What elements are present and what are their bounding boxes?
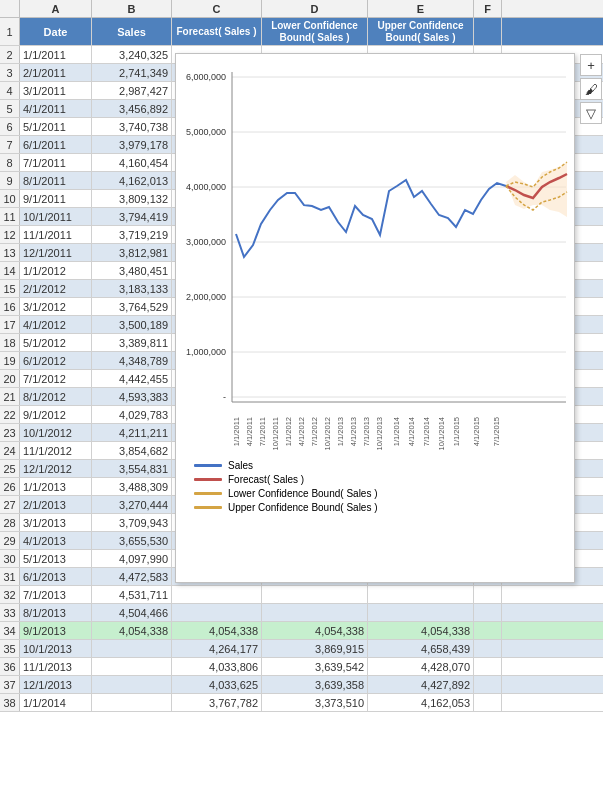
cell-sales[interactable]: 3,809,132 bbox=[92, 190, 172, 207]
cell-sales[interactable]: 3,764,529 bbox=[92, 298, 172, 315]
cell-sales[interactable]: 4,054,338 bbox=[92, 622, 172, 639]
cell-sales[interactable]: 3,270,444 bbox=[92, 496, 172, 513]
cell-date[interactable]: 4/1/2011 bbox=[20, 100, 92, 117]
cell-date[interactable]: 12/1/2011 bbox=[20, 244, 92, 261]
cell-date[interactable]: 1/1/2011 bbox=[20, 46, 92, 63]
cell-forecast[interactable]: Forecast( Sales ) bbox=[172, 18, 262, 45]
cell-sales[interactable]: 3,554,831 bbox=[92, 460, 172, 477]
cell-date[interactable]: 4/1/2013 bbox=[20, 532, 92, 549]
cell-date[interactable]: 6/1/2012 bbox=[20, 352, 92, 369]
cell-upper-confidence[interactable]: Upper Confidence Bound( Sales ) bbox=[368, 18, 474, 45]
cell-date[interactable]: 4/1/2012 bbox=[20, 316, 92, 333]
cell-date[interactable]: 1/1/2014 bbox=[20, 694, 92, 711]
cell-date[interactable]: 10/1/2012 bbox=[20, 424, 92, 441]
cell-upper-confidence[interactable] bbox=[368, 604, 474, 621]
cell-date[interactable]: 6/1/2011 bbox=[20, 136, 92, 153]
cell-upper-confidence[interactable] bbox=[368, 586, 474, 603]
cell-sales[interactable]: 4,211,211 bbox=[92, 424, 172, 441]
cell-forecast[interactable]: 4,033,625 bbox=[172, 676, 262, 693]
cell-upper-confidence[interactable]: 4,054,338 bbox=[368, 622, 474, 639]
cell-upper-confidence[interactable]: 4,162,053 bbox=[368, 694, 474, 711]
cell-date[interactable]: 3/1/2012 bbox=[20, 298, 92, 315]
cell-lower-confidence[interactable]: 4,054,338 bbox=[262, 622, 368, 639]
cell-date[interactable]: 5/1/2011 bbox=[20, 118, 92, 135]
cell-sales[interactable]: 4,162,013 bbox=[92, 172, 172, 189]
cell-date[interactable]: 8/1/2011 bbox=[20, 172, 92, 189]
cell-date[interactable]: 12/1/2013 bbox=[20, 676, 92, 693]
cell-sales[interactable]: 3,500,189 bbox=[92, 316, 172, 333]
chart-filter-button[interactable]: ▽ bbox=[580, 102, 602, 124]
cell-sales[interactable]: 4,531,711 bbox=[92, 586, 172, 603]
cell-sales[interactable] bbox=[92, 694, 172, 711]
cell-lower-confidence[interactable] bbox=[262, 586, 368, 603]
cell-date[interactable]: 11/1/2011 bbox=[20, 226, 92, 243]
cell-date[interactable]: 10/1/2011 bbox=[20, 208, 92, 225]
cell-upper-confidence[interactable]: 4,427,892 bbox=[368, 676, 474, 693]
cell-sales[interactable]: 3,794,419 bbox=[92, 208, 172, 225]
cell-date[interactable]: 9/1/2013 bbox=[20, 622, 92, 639]
cell-sales[interactable] bbox=[92, 676, 172, 693]
cell-date[interactable]: 10/1/2013 bbox=[20, 640, 92, 657]
cell-sales[interactable]: 3,719,219 bbox=[92, 226, 172, 243]
cell-sales[interactable]: 3,183,133 bbox=[92, 280, 172, 297]
cell-sales[interactable]: 3,655,530 bbox=[92, 532, 172, 549]
cell-sales[interactable] bbox=[92, 640, 172, 657]
cell-forecast[interactable] bbox=[172, 586, 262, 603]
cell-forecast[interactable]: 4,264,177 bbox=[172, 640, 262, 657]
cell-sales[interactable]: 3,240,325 bbox=[92, 46, 172, 63]
cell-sales[interactable]: 4,593,383 bbox=[92, 388, 172, 405]
cell-date[interactable]: 5/1/2012 bbox=[20, 334, 92, 351]
cell-forecast[interactable]: 3,767,782 bbox=[172, 694, 262, 711]
cell-sales[interactable]: 3,456,892 bbox=[92, 100, 172, 117]
cell-sales[interactable]: 3,488,309 bbox=[92, 478, 172, 495]
cell-date[interactable]: 2/1/2011 bbox=[20, 64, 92, 81]
cell-sales[interactable]: 2,741,349 bbox=[92, 64, 172, 81]
cell-date[interactable]: 9/1/2011 bbox=[20, 190, 92, 207]
cell-date[interactable]: 12/1/2012 bbox=[20, 460, 92, 477]
cell-lower-confidence[interactable]: Lower Confidence Bound( Sales ) bbox=[262, 18, 368, 45]
cell-sales[interactable]: 4,504,466 bbox=[92, 604, 172, 621]
cell-sales[interactable]: 4,029,783 bbox=[92, 406, 172, 423]
cell-date[interactable]: 3/1/2013 bbox=[20, 514, 92, 531]
cell-forecast[interactable] bbox=[172, 604, 262, 621]
cell-sales[interactable]: 2,987,427 bbox=[92, 82, 172, 99]
cell-upper-confidence[interactable]: 4,658,439 bbox=[368, 640, 474, 657]
cell-sales[interactable]: 4,160,454 bbox=[92, 154, 172, 171]
cell-sales[interactable]: 4,472,583 bbox=[92, 568, 172, 585]
cell-date[interactable]: 8/1/2012 bbox=[20, 388, 92, 405]
cell-sales[interactable]: 3,812,981 bbox=[92, 244, 172, 261]
chart-style-button[interactable]: 🖌 bbox=[580, 78, 602, 100]
cell-sales[interactable]: Sales bbox=[92, 18, 172, 45]
cell-date[interactable]: 9/1/2012 bbox=[20, 406, 92, 423]
cell-date[interactable]: 1/1/2013 bbox=[20, 478, 92, 495]
cell-forecast[interactable]: 4,054,338 bbox=[172, 622, 262, 639]
cell-date[interactable]: 3/1/2011 bbox=[20, 82, 92, 99]
cell-sales[interactable]: 4,097,990 bbox=[92, 550, 172, 567]
cell-sales[interactable]: 3,709,943 bbox=[92, 514, 172, 531]
cell-forecast[interactable]: 4,033,806 bbox=[172, 658, 262, 675]
cell-lower-confidence[interactable]: 3,869,915 bbox=[262, 640, 368, 657]
cell-lower-confidence[interactable]: 3,373,510 bbox=[262, 694, 368, 711]
cell-date[interactable]: 7/1/2011 bbox=[20, 154, 92, 171]
cell-sales[interactable]: 3,854,682 bbox=[92, 442, 172, 459]
cell-date[interactable]: 2/1/2013 bbox=[20, 496, 92, 513]
cell-date[interactable]: 7/1/2013 bbox=[20, 586, 92, 603]
cell-sales[interactable] bbox=[92, 658, 172, 675]
cell-sales[interactable]: 4,348,789 bbox=[92, 352, 172, 369]
cell-date[interactable]: 7/1/2012 bbox=[20, 370, 92, 387]
cell-date[interactable]: 1/1/2012 bbox=[20, 262, 92, 279]
cell-date[interactable]: Date bbox=[20, 18, 92, 45]
cell-lower-confidence[interactable]: 3,639,542 bbox=[262, 658, 368, 675]
cell-date[interactable]: 6/1/2013 bbox=[20, 568, 92, 585]
cell-sales[interactable]: 3,480,451 bbox=[92, 262, 172, 279]
chart-add-button[interactable]: + bbox=[580, 54, 602, 76]
cell-lower-confidence[interactable]: 3,639,358 bbox=[262, 676, 368, 693]
cell-date[interactable]: 11/1/2013 bbox=[20, 658, 92, 675]
cell-date[interactable]: 8/1/2013 bbox=[20, 604, 92, 621]
cell-sales[interactable]: 3,979,178 bbox=[92, 136, 172, 153]
cell-sales[interactable]: 3,740,738 bbox=[92, 118, 172, 135]
cell-date[interactable]: 2/1/2012 bbox=[20, 280, 92, 297]
cell-date[interactable]: 11/1/2012 bbox=[20, 442, 92, 459]
cell-lower-confidence[interactable] bbox=[262, 604, 368, 621]
cell-upper-confidence[interactable]: 4,428,070 bbox=[368, 658, 474, 675]
